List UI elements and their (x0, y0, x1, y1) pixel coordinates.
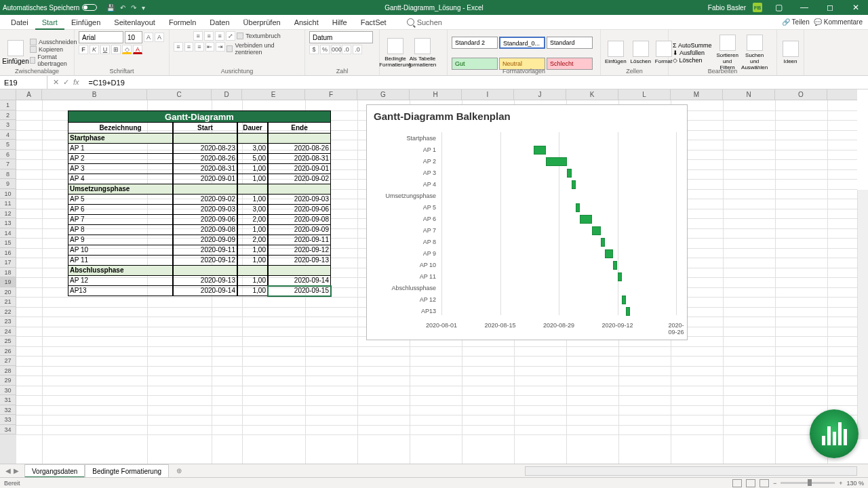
tab-factset[interactable]: FactSet (354, 15, 393, 30)
autosum-button[interactable]: Σ AutoSumme (673, 42, 712, 49)
row-header-26[interactable]: 26 (0, 346, 16, 357)
tab-seitenlayout[interactable]: Seitenlayout (107, 15, 162, 30)
undo-icon[interactable]: ↶ (120, 4, 125, 12)
wrap-text-button[interactable]: Textumbruch (237, 31, 281, 41)
find-select-button[interactable]: Suchen und Auswählen (743, 35, 766, 70)
table-row[interactable]: Umsetzungsphase (68, 184, 331, 195)
cancel-formula-icon[interactable]: ✕ (53, 78, 59, 87)
table-row[interactable]: AP 102020-09-111,002020-09-12 (68, 245, 331, 256)
format-painter-button[interactable]: Format übertragen (30, 54, 77, 67)
style-standard0[interactable]: Standard_0... (499, 37, 545, 49)
sort-filter-button[interactable]: Sortieren und Filtern (716, 35, 739, 70)
table-row[interactable]: Abschlussphase (68, 266, 331, 276)
align-center-button[interactable]: ≡ (184, 42, 194, 52)
row-header-30[interactable]: 30 (0, 386, 16, 396)
row-header-13[interactable]: 13 (0, 218, 16, 228)
col-header-H[interactable]: H (410, 89, 462, 100)
share-button[interactable]: 🔗 Teilen (782, 18, 810, 26)
col-header-A[interactable]: A (16, 89, 42, 100)
save-icon[interactable]: 💾 (106, 4, 115, 12)
font-name-select[interactable]: Arial (79, 31, 123, 43)
col-header-N[interactable]: N (723, 89, 775, 100)
tab-ueberpruefen[interactable]: Überprüfen (237, 15, 288, 30)
increase-font-button[interactable]: A (144, 33, 153, 42)
switch-icon[interactable] (82, 4, 97, 11)
row-header-20[interactable]: 20 (0, 287, 16, 298)
col-header-O[interactable]: O (775, 89, 827, 100)
row-header-34[interactable]: 34 (0, 425, 16, 435)
ribbon-display-icon[interactable]: ▢ (769, 3, 788, 12)
orientation-button[interactable]: ⤢ (226, 31, 235, 41)
bold-button[interactable]: F (79, 45, 88, 54)
sheet-nav-prev-icon[interactable]: ◀ (5, 467, 11, 474)
align-right-button[interactable]: ≡ (195, 42, 204, 52)
table-row[interactable]: AP 42020-09-011,002020-09-02 (68, 174, 331, 184)
tell-me-search[interactable]: Suchen (407, 18, 442, 26)
table-row[interactable]: AP 32020-08-311,002020-09-01 (68, 164, 331, 174)
row-header-15[interactable]: 15 (0, 238, 16, 248)
row-header-1[interactable]: 1 (0, 100, 16, 110)
align-top-button[interactable]: ≡ (193, 31, 203, 41)
col-header-I[interactable]: I (462, 89, 514, 100)
column-headers[interactable]: ABCDEFGHIJKLMNO (16, 89, 857, 100)
col-header-L[interactable]: L (618, 89, 671, 100)
row-header-17[interactable]: 17 (0, 258, 16, 268)
indent-more-button[interactable]: ⇥ (216, 42, 225, 52)
sheet-nav-next-icon[interactable]: ▶ (14, 467, 19, 474)
row-header-16[interactable]: 16 (0, 248, 16, 258)
zoom-level[interactable]: 130 % (846, 480, 864, 487)
style-standard[interactable]: Standard (547, 37, 593, 49)
currency-button[interactable]: $ (309, 45, 319, 54)
comments-button[interactable]: 💬 Kommentare (814, 18, 863, 26)
italic-button[interactable]: K (90, 45, 99, 54)
conditional-format-button[interactable]: Bedingte Formatierung (384, 38, 407, 68)
row-header-7[interactable]: 7 (0, 159, 16, 169)
zoom-slider[interactable] (781, 482, 835, 484)
col-header-K[interactable]: K (566, 89, 618, 100)
row-header-29[interactable]: 29 (0, 375, 16, 386)
close-icon[interactable]: ✕ (846, 3, 865, 12)
row-header-25[interactable]: 25 (0, 336, 16, 346)
tab-einfuegen[interactable]: Einfügen (64, 15, 107, 30)
table-row[interactable]: AP 62020-09-033,002020-09-06 (68, 205, 331, 215)
fill-button[interactable]: ⬇ Ausfüllen (673, 49, 712, 56)
percent-button[interactable]: % (320, 45, 330, 54)
col-header-E[interactable]: E (242, 89, 305, 100)
align-left-button[interactable]: ≡ (174, 42, 183, 52)
row-header-8[interactable]: 8 (0, 169, 16, 180)
normal-view-button[interactable] (732, 479, 742, 487)
row-header-5[interactable]: 5 (0, 140, 16, 150)
cells-area[interactable]: Gantt-Diagramm Bezeichnung Start Dauer E… (16, 100, 857, 464)
border-button[interactable]: ⊞ (111, 45, 121, 54)
formula-input[interactable]: =C19+D19 (85, 79, 868, 87)
redo-icon[interactable]: ↷ (131, 4, 136, 12)
align-middle-button[interactable]: ≡ (204, 31, 214, 41)
name-box[interactable]: E19 (0, 76, 47, 89)
font-color-button[interactable]: A (133, 45, 142, 54)
number-format-select[interactable]: Datum (309, 31, 373, 43)
row-header-33[interactable]: 33 (0, 415, 16, 425)
row-header-23[interactable]: 23 (0, 317, 16, 327)
table-row[interactable]: AP 112020-09-121,002020-09-13 (68, 256, 331, 266)
row-header-21[interactable]: 21 (0, 297, 16, 307)
clear-button[interactable]: ◇ Löschen (673, 57, 712, 64)
user-name[interactable]: Fabio Basler (708, 4, 746, 12)
col-header-D[interactable]: D (212, 89, 242, 100)
row-header-31[interactable]: 31 (0, 395, 16, 405)
font-size-select[interactable]: 10 (125, 31, 142, 43)
col-header-C[interactable]: C (147, 89, 212, 100)
row-header-9[interactable]: 9 (0, 179, 16, 189)
row-header-22[interactable]: 22 (0, 307, 16, 317)
style-standard2[interactable]: Standard 2 (452, 37, 498, 49)
table-row[interactable]: AP 82020-09-081,002020-09-09 (68, 225, 331, 235)
ideas-button[interactable]: Ideen (781, 41, 800, 64)
minimize-icon[interactable]: — (795, 3, 814, 12)
user-badge[interactable]: FB (753, 3, 762, 12)
table-row[interactable]: AP132020-09-141,002020-09-15 (68, 286, 331, 296)
vertical-scrollbar[interactable] (857, 190, 868, 439)
paste-button[interactable]: Einfügen (4, 40, 27, 65)
sheet-tab-bedingte[interactable]: Bedingte Formatierung (85, 464, 169, 478)
col-header-F[interactable]: F (305, 89, 357, 100)
row-header-3[interactable]: 3 (0, 120, 16, 130)
horizontal-scrollbar[interactable] (525, 466, 857, 476)
